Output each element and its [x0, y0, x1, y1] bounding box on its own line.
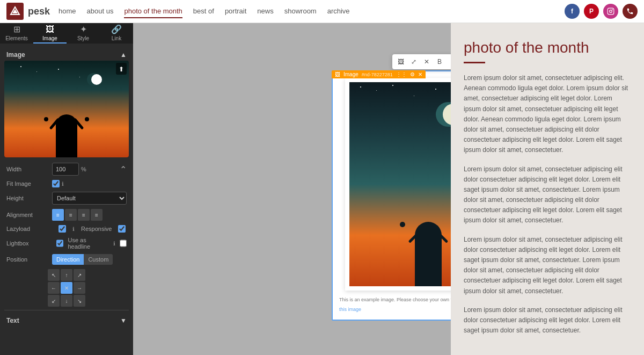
- text-expand-icon[interactable]: ▼: [120, 317, 127, 324]
- phone-icon[interactable]: [623, 4, 638, 19]
- pos-center[interactable]: ✕: [61, 282, 72, 294]
- tab-style-label: Style: [77, 35, 89, 41]
- nav-photo-month[interactable]: photo of the month: [124, 5, 182, 18]
- nav-news[interactable]: news: [257, 5, 273, 18]
- alignment-label: Alignment: [6, 212, 52, 218]
- lazyload-checkbox[interactable]: [58, 225, 66, 233]
- toolbar-delete-btn[interactable]: ✕: [421, 56, 433, 68]
- logo-icon: [6, 3, 24, 20]
- height-select[interactable]: Default Custom: [52, 192, 127, 205]
- style-icon: ✦: [80, 24, 87, 34]
- instagram-icon[interactable]: [603, 4, 618, 19]
- align-center-btn[interactable]: ≡: [65, 209, 77, 221]
- tab-image[interactable]: 🖼 Image: [33, 23, 67, 44]
- nav-portrait[interactable]: portrait: [225, 5, 246, 18]
- width-expand[interactable]: ⌃: [120, 164, 127, 175]
- element-toolbar: 🖼 ⤢ ✕ B I ✓: [392, 54, 451, 69]
- position-label: Position: [6, 256, 52, 263]
- align-justify-btn[interactable]: ≡: [91, 209, 103, 221]
- photo-card-footer: This is an example image. Please choose …: [339, 294, 451, 313]
- upload-icon: ⬆: [119, 66, 124, 73]
- text-section-title: Text: [6, 317, 19, 324]
- photo-card: [345, 78, 451, 291]
- element-drag-handle[interactable]: ⋮⋮: [396, 71, 407, 77]
- nav-showroom[interactable]: showroom: [284, 5, 317, 18]
- pos-top-right[interactable]: ↗: [74, 269, 85, 281]
- link-icon: 🔗: [111, 24, 122, 34]
- position-grid: ↖ ↑ ↗ ← ✕ → ↙ ↓ ↘: [34, 269, 99, 307]
- scene-silhouette: [415, 222, 442, 286]
- moon-crescent: [91, 74, 102, 85]
- alignment-buttons: ≡ ≡ ≡ ≡: [52, 209, 103, 221]
- center-canvas: 🖼 Image #nd-78227281 ⋮⋮ ⚙ ✕ 🖼 ⤢ ✕ B I ✓: [133, 23, 451, 355]
- toolbar-bold-btn[interactable]: B: [434, 56, 445, 68]
- lightbox-label: Lightbox: [6, 240, 52, 247]
- lightbox-checkbox[interactable]: [56, 240, 63, 247]
- upload-overlay[interactable]: ⬆: [116, 63, 127, 75]
- pos-left[interactable]: ←: [48, 282, 60, 294]
- nav-home[interactable]: home: [58, 5, 76, 18]
- nav-about[interactable]: about us: [87, 5, 114, 18]
- pos-top-left[interactable]: ↖: [48, 269, 60, 281]
- direction-btn[interactable]: Direction: [52, 254, 84, 265]
- expand-icon[interactable]: ▲: [120, 51, 127, 59]
- left-panel: ⊞ Elements 🖼 Image ✦ Style 🔗 Link Image …: [0, 23, 133, 355]
- nav-links: home about us photo of the month best of…: [58, 5, 556, 18]
- align-left-btn[interactable]: ≡: [52, 209, 64, 221]
- use-as-headline-label: Use as headline: [68, 237, 108, 250]
- photo-month-title: photo of the month: [464, 39, 631, 56]
- element-settings-icon[interactable]: ⚙: [410, 71, 415, 77]
- toolbar-image-btn[interactable]: 🖼: [395, 56, 407, 68]
- paragraph-2: Lorem ipsum dolor sit amet, consectetuer…: [464, 164, 631, 226]
- tab-elements[interactable]: ⊞ Elements: [0, 23, 33, 44]
- responsive-label: Responsive: [81, 226, 112, 232]
- image-section-title: Image: [6, 51, 25, 59]
- elements-icon: ⊞: [13, 24, 20, 34]
- social-icons: f P: [565, 4, 638, 19]
- paragraph-3: Lorem ipsum dolor sit amet, consectetuer…: [464, 235, 631, 296]
- pos-top[interactable]: ↑: [61, 269, 72, 281]
- custom-btn[interactable]: Custom: [84, 254, 113, 265]
- align-right-btn[interactable]: ≡: [78, 209, 90, 221]
- nav-best-of[interactable]: best of: [193, 5, 214, 18]
- right-panel: photo of the month Lorem ipsum dolor sit…: [451, 23, 644, 355]
- svg-point-4: [612, 9, 613, 10]
- responsive-checkbox[interactable]: [118, 225, 126, 233]
- lazyload-info: ℹ: [72, 226, 75, 232]
- tab-style[interactable]: ✦ Style: [67, 23, 100, 44]
- pinterest-icon[interactable]: P: [584, 4, 599, 19]
- width-input[interactable]: [52, 163, 79, 176]
- title-divider: [464, 62, 485, 63]
- paragraph-1: Lorem ipsum dolor sit amet, consectetuer…: [464, 73, 631, 156]
- svg-rect-2: [608, 8, 614, 15]
- fit-image-label: Fit Image: [6, 180, 52, 187]
- pos-right[interactable]: →: [74, 282, 85, 294]
- logo[interactable]: pesk: [6, 3, 50, 20]
- element-image-icon: 🖼: [335, 71, 340, 77]
- element-label-bar: 🖼 Image #nd-78227281 ⋮⋮ ⚙ ✕: [332, 70, 426, 78]
- use-as-headline-checkbox[interactable]: [120, 240, 127, 247]
- tab-link[interactable]: 🔗 Link: [100, 23, 133, 44]
- image-preview: ⬆: [4, 61, 129, 157]
- pos-bottom[interactable]: ↓: [61, 295, 72, 307]
- width-label: Width: [6, 166, 52, 172]
- element-id: #nd-78227281: [362, 72, 393, 77]
- svg-point-3: [610, 10, 612, 13]
- toolbar-italic-btn[interactable]: I: [447, 56, 451, 68]
- pos-bottom-right[interactable]: ↘: [74, 295, 85, 307]
- nav-archive[interactable]: archive: [327, 5, 350, 18]
- fit-image-checkbox[interactable]: [52, 180, 60, 187]
- page-preview: This is an example image. Please choose …: [332, 70, 451, 321]
- width-unit: %: [81, 166, 86, 172]
- tab-link-label: Link: [112, 35, 121, 41]
- moon-scene: [349, 82, 451, 286]
- paragraph-4: Lorem ipsum dolor sit amet, consectetuer…: [464, 305, 631, 336]
- height-label: Height: [6, 195, 52, 201]
- pos-bottom-left[interactable]: ↙: [48, 295, 60, 307]
- footer-text: This is an example image. Please choose …: [339, 297, 451, 302]
- toolbar-crop-btn[interactable]: ⤢: [408, 56, 420, 68]
- element-close-icon[interactable]: ✕: [418, 71, 422, 77]
- moon-crescent-main: [443, 104, 451, 125]
- facebook-icon[interactable]: f: [565, 4, 580, 19]
- top-nav: pesk home about us photo of the month be…: [0, 0, 644, 23]
